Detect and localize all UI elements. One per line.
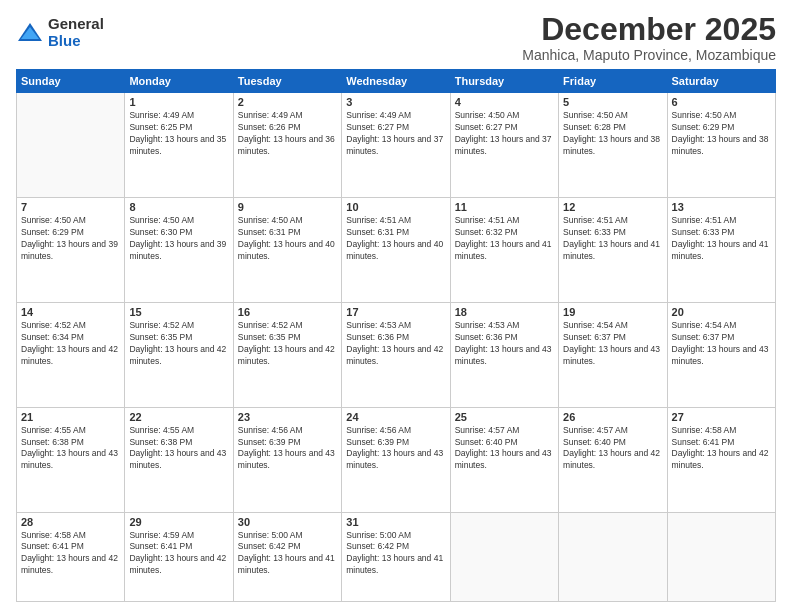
sunset-text: Sunset: 6:25 PM <box>129 122 228 134</box>
daylight-text: Daylight: 13 hours and 43 minutes. <box>346 448 445 472</box>
daylight-text: Daylight: 13 hours and 42 minutes. <box>563 448 662 472</box>
calendar-cell: 1Sunrise: 4:49 AMSunset: 6:25 PMDaylight… <box>125 93 233 198</box>
sunset-text: Sunset: 6:40 PM <box>563 437 662 449</box>
daylight-text: Daylight: 13 hours and 42 minutes. <box>21 344 120 368</box>
location-subtitle: Manhica, Maputo Province, Mozambique <box>522 47 776 63</box>
sunset-text: Sunset: 6:37 PM <box>672 332 771 344</box>
sunset-text: Sunset: 6:31 PM <box>238 227 337 239</box>
daylight-text: Daylight: 13 hours and 41 minutes. <box>455 239 554 263</box>
day-header: Tuesday <box>233 70 341 93</box>
calendar-week-row: 28Sunrise: 4:58 AMSunset: 6:41 PMDayligh… <box>17 512 776 602</box>
day-number: 16 <box>238 306 337 318</box>
day-number: 25 <box>455 411 554 423</box>
daylight-text: Daylight: 13 hours and 41 minutes. <box>672 239 771 263</box>
daylight-text: Daylight: 13 hours and 38 minutes. <box>672 134 771 158</box>
day-number: 19 <box>563 306 662 318</box>
day-number: 18 <box>455 306 554 318</box>
sunset-text: Sunset: 6:36 PM <box>455 332 554 344</box>
sunrise-text: Sunrise: 4:50 AM <box>129 215 228 227</box>
day-header: Monday <box>125 70 233 93</box>
sunrise-text: Sunrise: 4:51 AM <box>346 215 445 227</box>
sunrise-text: Sunrise: 5:00 AM <box>346 530 445 542</box>
calendar-cell: 31Sunrise: 5:00 AMSunset: 6:42 PMDayligh… <box>342 512 450 602</box>
day-number: 27 <box>672 411 771 423</box>
calendar-cell: 14Sunrise: 4:52 AMSunset: 6:34 PMDayligh… <box>17 302 125 407</box>
sunset-text: Sunset: 6:40 PM <box>455 437 554 449</box>
sunset-text: Sunset: 6:28 PM <box>563 122 662 134</box>
sunrise-text: Sunrise: 4:50 AM <box>238 215 337 227</box>
sunrise-text: Sunrise: 4:52 AM <box>21 320 120 332</box>
day-number: 5 <box>563 96 662 108</box>
sunset-text: Sunset: 6:41 PM <box>672 437 771 449</box>
day-number: 7 <box>21 201 120 213</box>
sunrise-text: Sunrise: 4:54 AM <box>563 320 662 332</box>
daylight-text: Daylight: 13 hours and 43 minutes. <box>129 448 228 472</box>
daylight-text: Daylight: 13 hours and 42 minutes. <box>238 344 337 368</box>
sunset-text: Sunset: 6:41 PM <box>21 541 120 553</box>
month-title: December 2025 <box>522 12 776 47</box>
daylight-text: Daylight: 13 hours and 35 minutes. <box>129 134 228 158</box>
calendar-cell: 22Sunrise: 4:55 AMSunset: 6:38 PMDayligh… <box>125 407 233 512</box>
sunrise-text: Sunrise: 4:58 AM <box>21 530 120 542</box>
daylight-text: Daylight: 13 hours and 43 minutes. <box>455 344 554 368</box>
calendar-cell: 7Sunrise: 4:50 AMSunset: 6:29 PMDaylight… <box>17 198 125 303</box>
calendar-week-row: 14Sunrise: 4:52 AMSunset: 6:34 PMDayligh… <box>17 302 776 407</box>
calendar-cell: 29Sunrise: 4:59 AMSunset: 6:41 PMDayligh… <box>125 512 233 602</box>
day-number: 26 <box>563 411 662 423</box>
calendar-cell: 13Sunrise: 4:51 AMSunset: 6:33 PMDayligh… <box>667 198 775 303</box>
calendar-cell: 8Sunrise: 4:50 AMSunset: 6:30 PMDaylight… <box>125 198 233 303</box>
day-number: 29 <box>129 516 228 528</box>
sunset-text: Sunset: 6:39 PM <box>346 437 445 449</box>
sunset-text: Sunset: 6:31 PM <box>346 227 445 239</box>
sunset-text: Sunset: 6:36 PM <box>346 332 445 344</box>
calendar-header-row: SundayMondayTuesdayWednesdayThursdayFrid… <box>17 70 776 93</box>
day-header: Friday <box>559 70 667 93</box>
daylight-text: Daylight: 13 hours and 42 minutes. <box>129 553 228 577</box>
daylight-text: Daylight: 13 hours and 36 minutes. <box>238 134 337 158</box>
calendar-page: General Blue December 2025 Manhica, Mapu… <box>0 0 792 612</box>
sunset-text: Sunset: 6:39 PM <box>238 437 337 449</box>
sunrise-text: Sunrise: 4:55 AM <box>21 425 120 437</box>
daylight-text: Daylight: 13 hours and 43 minutes. <box>672 344 771 368</box>
sunrise-text: Sunrise: 4:57 AM <box>563 425 662 437</box>
day-number: 23 <box>238 411 337 423</box>
sunset-text: Sunset: 6:37 PM <box>563 332 662 344</box>
sunrise-text: Sunrise: 4:51 AM <box>563 215 662 227</box>
day-number: 24 <box>346 411 445 423</box>
daylight-text: Daylight: 13 hours and 42 minutes. <box>129 344 228 368</box>
sunset-text: Sunset: 6:34 PM <box>21 332 120 344</box>
calendar-cell <box>559 512 667 602</box>
logo-icon <box>16 19 44 47</box>
calendar-cell: 19Sunrise: 4:54 AMSunset: 6:37 PMDayligh… <box>559 302 667 407</box>
day-number: 9 <box>238 201 337 213</box>
daylight-text: Daylight: 13 hours and 39 minutes. <box>129 239 228 263</box>
sunrise-text: Sunrise: 4:51 AM <box>672 215 771 227</box>
day-number: 2 <box>238 96 337 108</box>
sunset-text: Sunset: 6:29 PM <box>672 122 771 134</box>
day-number: 28 <box>21 516 120 528</box>
logo-blue: Blue <box>48 33 104 50</box>
calendar-cell: 26Sunrise: 4:57 AMSunset: 6:40 PMDayligh… <box>559 407 667 512</box>
sunrise-text: Sunrise: 4:52 AM <box>129 320 228 332</box>
day-number: 1 <box>129 96 228 108</box>
daylight-text: Daylight: 13 hours and 41 minutes. <box>346 553 445 577</box>
logo: General Blue <box>16 16 104 49</box>
calendar-week-row: 7Sunrise: 4:50 AMSunset: 6:29 PMDaylight… <box>17 198 776 303</box>
sunrise-text: Sunrise: 4:50 AM <box>455 110 554 122</box>
calendar-cell: 30Sunrise: 5:00 AMSunset: 6:42 PMDayligh… <box>233 512 341 602</box>
sunset-text: Sunset: 6:33 PM <box>672 227 771 239</box>
day-header: Sunday <box>17 70 125 93</box>
sunset-text: Sunset: 6:29 PM <box>21 227 120 239</box>
day-number: 15 <box>129 306 228 318</box>
calendar-cell: 18Sunrise: 4:53 AMSunset: 6:36 PMDayligh… <box>450 302 558 407</box>
day-number: 17 <box>346 306 445 318</box>
logo-general: General <box>48 16 104 33</box>
sunset-text: Sunset: 6:41 PM <box>129 541 228 553</box>
calendar-cell: 4Sunrise: 4:50 AMSunset: 6:27 PMDaylight… <box>450 93 558 198</box>
day-header: Saturday <box>667 70 775 93</box>
daylight-text: Daylight: 13 hours and 41 minutes. <box>563 239 662 263</box>
calendar-cell: 25Sunrise: 4:57 AMSunset: 6:40 PMDayligh… <box>450 407 558 512</box>
calendar-cell <box>450 512 558 602</box>
day-number: 20 <box>672 306 771 318</box>
day-number: 6 <box>672 96 771 108</box>
